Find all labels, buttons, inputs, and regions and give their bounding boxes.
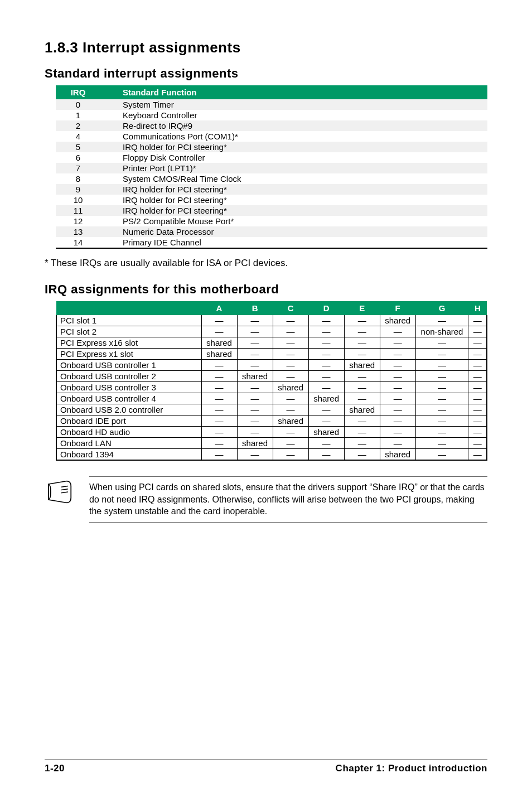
irq-table-cell: — — [380, 438, 415, 449]
irq-table-cell: — — [344, 449, 380, 461]
irq-table-cell: — — [415, 393, 468, 404]
section-heading: 1.8.3 Interrupt assignments — [45, 39, 487, 56]
std-table-cell: Keyboard Controller — [100, 110, 487, 120]
std-table-cell: IRQ holder for PCI steering* — [100, 205, 487, 216]
irq-footnote: * These IRQs are usually available for I… — [45, 258, 487, 269]
irq-table-cell: — — [468, 360, 487, 371]
table-row: 5IRQ holder for PCI steering* — [56, 142, 487, 152]
irq-table-cell: — — [468, 393, 487, 404]
irq-table-cell: — — [415, 360, 468, 371]
footer-page-number: 1-20 — [45, 763, 65, 774]
irq-table-cell: — — [201, 326, 237, 337]
note-text: When using PCI cards on shared slots, en… — [89, 476, 487, 523]
irq-table-cell: — — [380, 382, 415, 393]
irq-table-cell: — — [468, 326, 487, 337]
irq-table-cell: shared — [273, 382, 308, 393]
irq-table-cell: — — [415, 315, 468, 326]
irq-table-cell: non-shared — [415, 326, 468, 337]
irq-table-cell: — — [415, 438, 468, 449]
table-row: PCI Express x16 slotshared——————— — [56, 337, 487, 349]
irq-table-cell: — — [415, 371, 468, 382]
irq-table-cell: — — [201, 427, 237, 438]
table-row: PCI slot 2——————non-shared— — [56, 326, 487, 337]
svg-line-1 — [61, 489, 68, 490]
std-table-cell: 13 — [56, 226, 100, 237]
table-row: 10IRQ holder for PCI steering* — [56, 195, 487, 205]
irq-table-cell: Onboard LAN — [56, 438, 201, 449]
irq-table-cell: — — [380, 404, 415, 416]
table-row: 14Primary IDE Channel — [56, 237, 487, 248]
std-table-cell: Printer Port (LPT1)* — [100, 163, 487, 173]
svg-line-2 — [61, 492, 68, 493]
irq-table-cell: Onboard USB controller 4 — [56, 393, 201, 404]
irq-table-cell: — — [344, 393, 380, 404]
irq-table-cell: — — [308, 326, 344, 337]
table-row: 8System CMOS/Real Time Clock — [56, 173, 487, 184]
irq-table-header: F — [380, 301, 415, 315]
table-row: 11IRQ holder for PCI steering* — [56, 205, 487, 216]
std-table-cell: 4 — [56, 131, 100, 142]
irq-table-cell: — — [308, 349, 344, 360]
irq-table-cell: shared — [201, 337, 237, 349]
irq-table-cell: — — [344, 438, 380, 449]
table-row: PCI slot 1—————shared—— — [56, 315, 487, 326]
irq-table-cell: — — [201, 404, 237, 416]
irq-table-cell: shared — [273, 416, 308, 427]
table-row: 13Numeric Data Processor — [56, 226, 487, 237]
irq-table-cell: — — [273, 393, 308, 404]
irq-table-cell: — — [380, 393, 415, 404]
irq-table-cell: — — [415, 449, 468, 461]
irq-table-header: E — [344, 301, 380, 315]
irq-table-cell: — — [380, 337, 415, 349]
std-table-cell: IRQ holder for PCI steering* — [100, 142, 487, 152]
irq-table-cell: — — [468, 404, 487, 416]
table-row: Onboard USB controller 4———shared———— — [56, 393, 487, 404]
std-table-cell: 14 — [56, 237, 100, 248]
irq-table-cell: — — [308, 382, 344, 393]
irq-table-cell: — — [201, 393, 237, 404]
irq-table-header: C — [273, 301, 308, 315]
note-box: When using PCI cards on shared slots, en… — [45, 476, 487, 523]
irq-table-cell: — — [380, 427, 415, 438]
irq-table-cell: — — [273, 371, 308, 382]
std-table-cell: Communications Port (COM1)* — [100, 131, 487, 142]
std-table-cell: 0 — [56, 99, 100, 110]
table-row: 7Printer Port (LPT1)* — [56, 163, 487, 173]
irq-table-cell: — — [344, 382, 380, 393]
table-row: 1Keyboard Controller — [56, 110, 487, 120]
table-row: Onboard 1394—————shared—— — [56, 449, 487, 461]
irq-table-cell: — — [237, 326, 273, 337]
std-table-header: Standard Function — [100, 85, 487, 99]
footer-chapter: Chapter 1: Product introduction — [336, 763, 487, 774]
std-table-cell: 8 — [56, 173, 100, 184]
irq-table-cell: — — [201, 449, 237, 461]
irq-table-cell: Onboard USB 2.0 controller — [56, 404, 201, 416]
irq-table-cell: — — [415, 349, 468, 360]
irq-table-cell: Onboard 1394 — [56, 449, 201, 461]
irq-table-cell: — — [468, 349, 487, 360]
irq-table-cell: — — [237, 449, 273, 461]
irq-table-cell: — — [308, 337, 344, 349]
table-row: 4Communications Port (COM1)* — [56, 131, 487, 142]
page-footer: 1-20 Chapter 1: Product introduction — [45, 759, 487, 774]
irq-table-cell: — — [308, 438, 344, 449]
irq-table-cell: — — [344, 416, 380, 427]
irq-table-cell: — — [273, 427, 308, 438]
std-table-cell: System Timer — [100, 99, 487, 110]
irq-table-cell: shared — [344, 404, 380, 416]
std-table-cell: Primary IDE Channel — [100, 237, 487, 248]
std-table-cell: 10 — [56, 195, 100, 205]
irq-table-cell: — — [273, 360, 308, 371]
sub-heading-standard: Standard interrupt assignments — [45, 66, 487, 81]
irq-table-cell: — — [468, 427, 487, 438]
irq-table-cell: Onboard HD audio — [56, 427, 201, 438]
table-row: Onboard IDE port——shared————— — [56, 416, 487, 427]
irq-table-cell: — — [380, 416, 415, 427]
irq-table-cell: — — [415, 337, 468, 349]
table-row: Onboard USB 2.0 controller————shared——— — [56, 404, 487, 416]
irq-table-cell: PCI slot 1 — [56, 315, 201, 326]
irq-table-cell: — — [201, 360, 237, 371]
irq-table-cell: shared — [237, 371, 273, 382]
irq-table-header — [56, 301, 201, 315]
irq-table-cell: Onboard IDE port — [56, 416, 201, 427]
